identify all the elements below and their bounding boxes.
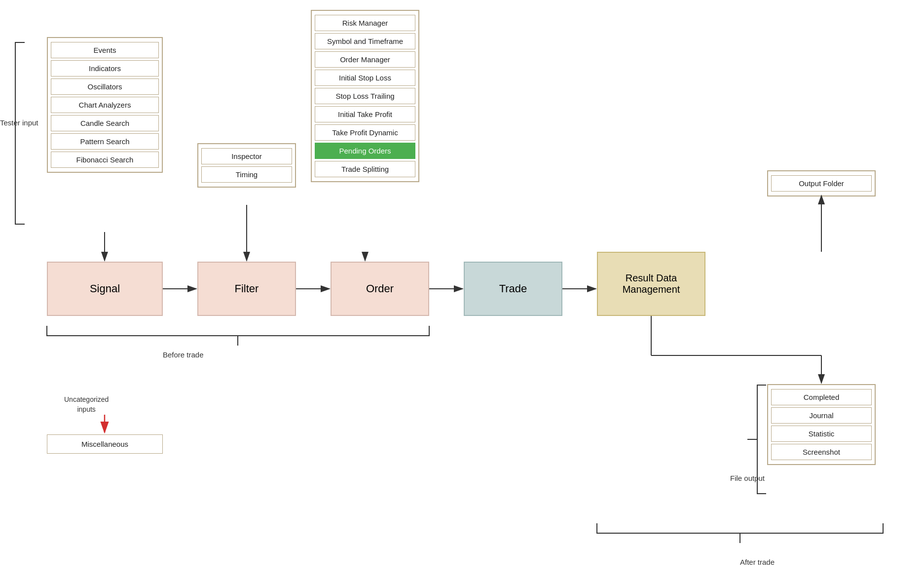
order-input-take-profit-dynamic: Take Profit Dynamic [315, 124, 415, 141]
tester-input-brace [15, 42, 25, 225]
file-output-journal: Journal [771, 407, 872, 424]
process-result-box: Result Data Management [597, 252, 705, 316]
signal-input-candle-search: Candle Search [51, 115, 159, 131]
order-input-symbol-timeframe: Symbol and Timeframe [315, 33, 415, 49]
order-input-risk-manager: Risk Manager [315, 15, 415, 31]
before-trade-label: Before trade [163, 351, 204, 359]
output-folder-item: Output Folder [771, 175, 872, 192]
order-input-pending-orders: Pending Orders [315, 143, 415, 159]
misc-box: Miscellaneous [47, 434, 163, 454]
order-inputs-box: Risk Manager Symbol and Timeframe Order … [311, 10, 419, 182]
uncategorized-label: Uncategorized inputs [64, 395, 109, 414]
process-filter-box: Filter [197, 262, 296, 316]
order-input-initial-take-profit: Initial Take Profit [315, 106, 415, 122]
file-output-label: File output [730, 474, 765, 482]
signal-input-events: Events [51, 42, 159, 58]
signal-input-fibonacci-search: Fibonacci Search [51, 152, 159, 168]
signal-input-oscillators: Oscillators [51, 78, 159, 95]
process-signal-box: Signal [47, 262, 163, 316]
signal-input-pattern-search: Pattern Search [51, 133, 159, 150]
order-input-stop-loss-trailing: Stop Loss Trailing [315, 88, 415, 104]
process-order-box: Order [331, 262, 429, 316]
file-outputs-box: Completed Journal Statistic Screenshot [767, 384, 876, 465]
process-trade-box: Trade [464, 262, 562, 316]
signal-input-indicators: Indicators [51, 60, 159, 77]
order-input-order-manager: Order Manager [315, 51, 415, 68]
file-output-completed: Completed [771, 389, 872, 405]
filter-inputs-box: Inspector Timing [197, 143, 296, 188]
file-output-statistic: Statistic [771, 426, 872, 442]
filter-input-timing: Timing [201, 166, 292, 183]
order-input-trade-splitting: Trade Splitting [315, 161, 415, 177]
filter-input-inspector: Inspector [201, 148, 292, 164]
signal-input-chart-analyzers: Chart Analyzers [51, 97, 159, 113]
after-trade-label: After trade [740, 558, 775, 566]
order-input-initial-stop-loss: Initial Stop Loss [315, 70, 415, 86]
file-output-screenshot: Screenshot [771, 444, 872, 460]
diagram-container: Tester input Events Indicators Oscillato… [0, 0, 924, 585]
signal-inputs-box: Events Indicators Oscillators Chart Anal… [47, 37, 163, 173]
tester-input-label: Tester input [0, 118, 38, 127]
output-folder-box: Output Folder [767, 170, 876, 196]
